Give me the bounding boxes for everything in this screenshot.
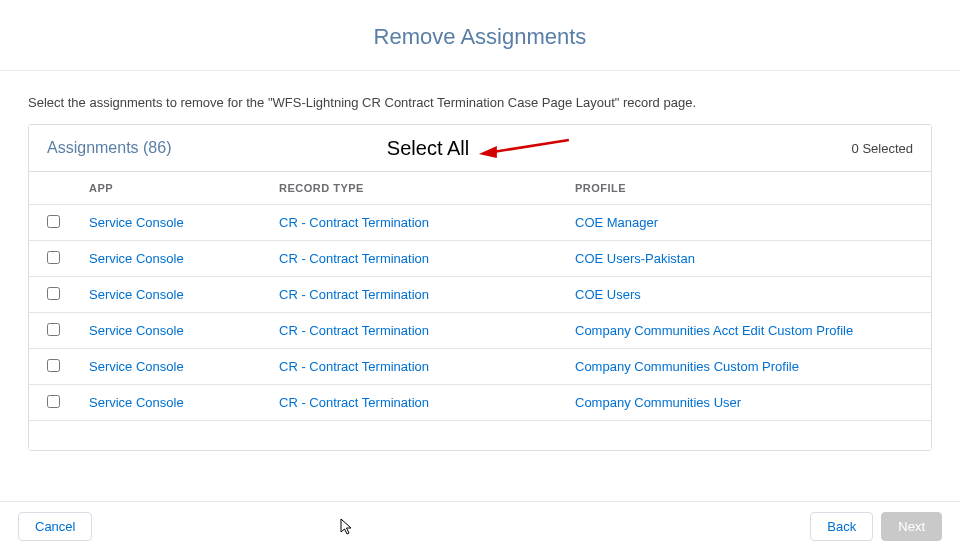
- table-row: Service Console CR - Contract Terminatio…: [29, 241, 931, 277]
- app-link[interactable]: Service Console: [89, 359, 184, 374]
- profile-link[interactable]: COE Manager: [575, 215, 658, 230]
- table-row: Service Console CR - Contract Terminatio…: [29, 313, 931, 349]
- col-header-app[interactable]: APP: [89, 182, 279, 194]
- profile-link[interactable]: Company Communities User: [575, 395, 741, 410]
- row-checkbox[interactable]: [47, 395, 60, 408]
- row-checkbox[interactable]: [47, 323, 60, 336]
- select-all-label: Select All: [387, 137, 469, 160]
- table-footer: [29, 420, 931, 450]
- col-header-record-type[interactable]: RECORD TYPE: [279, 182, 575, 194]
- row-checkbox[interactable]: [47, 287, 60, 300]
- modal-header: Remove Assignments: [0, 0, 960, 71]
- record-type-link[interactable]: CR - Contract Termination: [279, 323, 429, 338]
- profile-link[interactable]: Company Communities Acct Edit Custom Pro…: [575, 323, 853, 338]
- arrow-icon: [477, 136, 573, 160]
- instruction-text: Select the assignments to remove for the…: [0, 71, 960, 124]
- row-checkbox[interactable]: [47, 359, 60, 372]
- svg-line-0: [493, 140, 569, 152]
- table-body[interactable]: Service Console CR - Contract Terminatio…: [29, 204, 931, 420]
- col-header-profile[interactable]: PROFILE: [575, 182, 931, 194]
- modal-footer: Cancel Back Next: [0, 501, 960, 551]
- app-link[interactable]: Service Console: [89, 287, 184, 302]
- cancel-button[interactable]: Cancel: [18, 512, 92, 541]
- assignments-panel: Assignments (86) Select All 0 Selected A…: [28, 124, 932, 451]
- next-button: Next: [881, 512, 942, 541]
- selected-count: 0 Selected: [852, 141, 913, 156]
- table-row: Service Console CR - Contract Terminatio…: [29, 277, 931, 313]
- record-type-link[interactable]: CR - Contract Termination: [279, 359, 429, 374]
- assignments-count: Assignments (86): [47, 139, 172, 157]
- profile-link[interactable]: COE Users: [575, 287, 641, 302]
- record-type-link[interactable]: CR - Contract Termination: [279, 287, 429, 302]
- remove-assignments-modal: Remove Assignments Select the assignment…: [0, 0, 960, 551]
- table-row: Service Console CR - Contract Terminatio…: [29, 205, 931, 241]
- record-type-link[interactable]: CR - Contract Termination: [279, 395, 429, 410]
- table-row: Service Console CR - Contract Terminatio…: [29, 349, 931, 385]
- table-row: Service Console CR - Contract Terminatio…: [29, 385, 931, 420]
- record-type-link[interactable]: CR - Contract Termination: [279, 251, 429, 266]
- app-link[interactable]: Service Console: [89, 323, 184, 338]
- back-button[interactable]: Back: [810, 512, 873, 541]
- app-link[interactable]: Service Console: [89, 251, 184, 266]
- assignments-table: APP RECORD TYPE PROFILE Service Console …: [29, 171, 931, 450]
- app-link[interactable]: Service Console: [89, 215, 184, 230]
- app-link[interactable]: Service Console: [89, 395, 184, 410]
- profile-link[interactable]: COE Users-Pakistan: [575, 251, 695, 266]
- svg-marker-1: [479, 146, 497, 158]
- panel-header: Assignments (86) Select All 0 Selected: [29, 125, 931, 171]
- row-checkbox[interactable]: [47, 251, 60, 264]
- table-header-row: APP RECORD TYPE PROFILE: [29, 172, 931, 204]
- select-all-annotation: Select All: [387, 136, 573, 160]
- record-type-link[interactable]: CR - Contract Termination: [279, 215, 429, 230]
- profile-link[interactable]: Company Communities Custom Profile: [575, 359, 799, 374]
- row-checkbox[interactable]: [47, 215, 60, 228]
- modal-title: Remove Assignments: [0, 24, 960, 50]
